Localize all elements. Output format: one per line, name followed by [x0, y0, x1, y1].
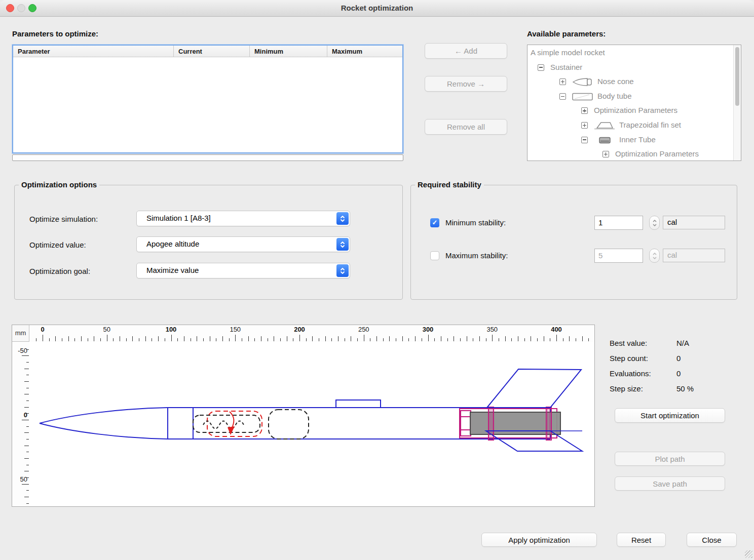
ruler-tick — [22, 484, 29, 485]
available-parameters-tree[interactable]: A simple model rocketSustainer Nose cone… — [527, 45, 741, 161]
ruler-tick — [569, 336, 570, 341]
tree-item-label: Optimization Parameters — [615, 149, 699, 158]
ruler-tick — [287, 336, 287, 341]
tree-scroll-thumb[interactable] — [735, 47, 739, 106]
tree-item-sustainer[interactable]: Sustainer — [527, 61, 733, 75]
h-ruler-label: 100 — [166, 326, 177, 333]
start-optimization-button[interactable]: Start optimization — [615, 408, 725, 423]
ruler-tick — [26, 388, 29, 388]
maximum-stability-spinner[interactable] — [649, 249, 660, 263]
tree-item-body-tube[interactable]: Body tube — [527, 90, 733, 104]
close-window-icon[interactable] — [6, 4, 14, 12]
ruler-tick — [24, 446, 29, 446]
ruler-tick — [408, 338, 409, 341]
expand-plus-icon[interactable] — [559, 78, 566, 85]
chevron-up-down-icon — [336, 212, 349, 225]
tree-item-label: Sustainer — [550, 63, 582, 71]
reset-button[interactable]: Reset — [617, 533, 666, 547]
tree-item-optimization-parameters[interactable]: Optimization Parameters — [527, 104, 733, 118]
ruler-tick — [22, 355, 29, 356]
ruler-tick — [492, 335, 493, 341]
ruler-tick — [24, 407, 29, 408]
resize-grip[interactable] — [745, 550, 752, 558]
minimum-stability-input[interactable]: 1 — [594, 216, 643, 230]
apply-optimization-button[interactable]: Apply optimization — [481, 533, 597, 547]
close-button[interactable]: Close — [687, 533, 737, 547]
optimization-goal-label: Optimization goal: — [29, 267, 90, 275]
tree-item-label: Optimization Parameters — [594, 106, 677, 114]
ruler-tick — [499, 338, 499, 341]
tree-vscrollbar[interactable] — [733, 45, 741, 161]
evaluations-label: Evaluations: — [610, 369, 651, 378]
ruler-tick — [26, 439, 29, 439]
ruler-tick — [55, 336, 56, 341]
minimize-window-icon[interactable] — [17, 4, 25, 12]
ruler-tick — [357, 338, 358, 341]
minimum-stability-spinner[interactable] — [649, 216, 660, 230]
col-current[interactable]: Current — [174, 46, 250, 57]
remove-button[interactable]: Remove → — [425, 76, 507, 92]
chevron-up-down-icon — [336, 238, 349, 251]
required-stability-title: Required stability — [415, 180, 484, 189]
ruler-tick — [26, 465, 29, 465]
add-button[interactable]: ← Add — [425, 43, 507, 59]
ruler-tick — [26, 426, 29, 427]
collapse-minus-icon[interactable] — [581, 137, 588, 143]
ruler-tick — [100, 338, 101, 341]
minimum-stability-label: Minimum stability: — [445, 218, 506, 227]
maximum-stability-input[interactable]: 5 — [594, 249, 643, 263]
optimization-goal-select[interactable]: Maximize value — [136, 263, 350, 278]
collapse-minus-icon[interactable] — [538, 64, 544, 71]
ruler-tick — [312, 336, 313, 341]
ruler-tick — [274, 336, 274, 341]
params-table[interactable]: Parameter Current Minimum Maximum — [12, 45, 403, 153]
ruler-tick — [261, 336, 261, 341]
minimum-stability-checkbox[interactable]: ✓ — [430, 218, 439, 227]
launch-lug — [336, 400, 381, 408]
ruler-tick — [254, 338, 255, 341]
engine-block — [461, 411, 471, 436]
shock-cord-squiggle — [203, 421, 244, 429]
optimized-value-value: Apogee altitude — [146, 239, 199, 248]
ruler-tick — [306, 338, 307, 341]
h-ruler-label: 0 — [41, 326, 44, 333]
ruler-tick — [139, 338, 139, 341]
col-maximum[interactable]: Maximum — [327, 46, 402, 57]
ruler-tick — [524, 338, 525, 341]
optimized-value-select[interactable]: Apogee altitude — [136, 236, 350, 252]
params-table-hscrollbar[interactable] — [12, 154, 403, 161]
tree-item-trapezoidal-fin-set[interactable]: Trapezoidal fin set — [527, 118, 733, 133]
tree-item-a-simple-model-rocket[interactable]: A simple model rocket — [527, 46, 733, 60]
tree-item-nose-cone[interactable]: Nose cone — [527, 75, 733, 89]
expand-plus-icon[interactable] — [581, 107, 588, 114]
tree-item-optimization-parameters[interactable]: Optimization Parameters — [527, 147, 733, 161]
ruler-tick — [24, 432, 29, 433]
ruler-tick — [576, 338, 576, 341]
maximum-stability-unit-select[interactable]: cal — [663, 249, 725, 262]
optimized-value-label: Optimized value: — [29, 241, 86, 249]
title-bar: Rocket optimization — [0, 0, 754, 17]
ruler-tick — [26, 362, 29, 363]
window-title: Rocket optimization — [0, 0, 754, 16]
step-size-label: Step size: — [610, 384, 643, 393]
ruler-tick — [544, 336, 544, 341]
collapse-minus-icon[interactable] — [559, 93, 566, 100]
ruler-tick — [299, 335, 300, 341]
optimize-simulation-select[interactable]: Simulation 1 [A8-3] — [136, 211, 350, 226]
remove-all-button[interactable]: Remove all — [425, 119, 507, 135]
tree-item-inner-tube[interactable]: Inner Tube — [527, 133, 733, 147]
expand-plus-icon[interactable] — [602, 151, 609, 157]
plot-path-button[interactable]: Plot path — [615, 452, 725, 466]
rocket-optimization-dialog: { "window": { "title": "Rocket optimizat… — [0, 0, 754, 560]
zoom-window-icon[interactable] — [28, 4, 36, 12]
minimum-stability-unit-select[interactable]: cal — [663, 216, 725, 229]
step-size: 50 % — [676, 384, 694, 393]
col-minimum[interactable]: Minimum — [250, 46, 327, 57]
save-path-button[interactable]: Save path — [615, 476, 725, 491]
ruler-tick — [24, 471, 29, 471]
expand-plus-icon[interactable] — [581, 122, 588, 129]
col-parameter[interactable]: Parameter — [13, 46, 174, 57]
rocket-diagram — [29, 342, 595, 507]
inner-tube-icon — [593, 136, 616, 145]
maximum-stability-checkbox[interactable] — [430, 251, 439, 260]
